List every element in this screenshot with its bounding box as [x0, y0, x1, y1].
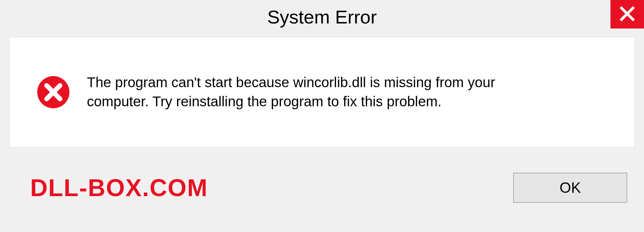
error-message: The program can't start because wincorli… — [87, 73, 556, 111]
watermark-text: DLL-BOX.COM — [30, 174, 208, 201]
system-error-dialog: System Error The program can't start bec… — [0, 0, 644, 232]
dialog-title: System Error — [267, 6, 377, 28]
dialog-footer: DLL-BOX.COM OK — [0, 148, 644, 228]
dialog-content: The program can't start because wincorli… — [9, 37, 635, 148]
ok-button[interactable]: OK — [513, 173, 627, 203]
title-bar: System Error — [0, 0, 644, 34]
close-icon — [619, 5, 636, 23]
close-button[interactable] — [610, 0, 644, 28]
error-icon — [37, 75, 70, 109]
